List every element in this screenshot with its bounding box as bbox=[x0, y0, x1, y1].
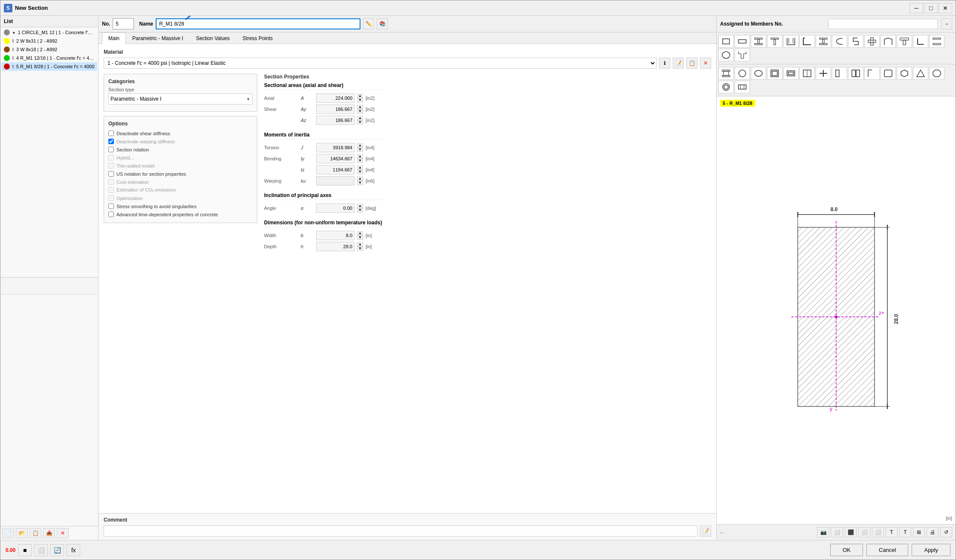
iy-spinner[interactable]: ▲▼ bbox=[357, 154, 363, 163]
section-type-dropdown[interactable]: Parametric - Massive I ▼ bbox=[108, 93, 253, 104]
shape-u-btn[interactable] bbox=[783, 35, 799, 48]
angle-input[interactable] bbox=[316, 203, 355, 213]
shape-i-btn[interactable] bbox=[751, 35, 766, 48]
bottom-btn-6[interactable]: T bbox=[899, 527, 911, 537]
maximize-button[interactable]: □ bbox=[924, 3, 938, 13]
az-input[interactable] bbox=[316, 116, 355, 125]
j-down[interactable]: ▼ bbox=[357, 148, 363, 152]
list-item[interactable]: I 5 R_M1 8/28 | 1 - Concrete f'c = 4000 bbox=[1, 62, 97, 71]
open-section-button[interactable]: 📂 bbox=[16, 528, 28, 538]
shape-plus-btn[interactable] bbox=[864, 35, 880, 48]
bottom-btn-7[interactable]: ⊞ bbox=[913, 527, 925, 537]
width-spinner[interactable]: ▲▼ bbox=[357, 231, 363, 240]
shape-l5-btn[interactable] bbox=[864, 67, 880, 80]
shape-l4-btn[interactable] bbox=[848, 67, 863, 80]
shape-r-btn[interactable] bbox=[880, 67, 896, 80]
edit-name-button[interactable]: ✏️ bbox=[363, 18, 374, 29]
width-down[interactable]: ▼ bbox=[357, 235, 363, 240]
bottom-btn-9[interactable]: ↺ bbox=[940, 527, 952, 537]
j-spinner[interactable]: ▲▼ bbox=[357, 143, 363, 152]
warping-up[interactable]: ▲ bbox=[357, 177, 363, 181]
shape-wide2-btn[interactable] bbox=[735, 81, 750, 93]
material-copy-button[interactable]: 📋 bbox=[686, 58, 697, 69]
shape-t-btn[interactable] bbox=[767, 35, 782, 48]
warping-down[interactable]: ▼ bbox=[357, 181, 363, 185]
warping-input[interactable] bbox=[316, 176, 355, 186]
section-rotation-checkbox[interactable] bbox=[108, 147, 114, 152]
material-edit-button[interactable]: 📝 bbox=[673, 58, 684, 69]
tab-main[interactable]: Main bbox=[102, 32, 126, 44]
width-input[interactable] bbox=[316, 231, 355, 240]
depth-down[interactable]: ▼ bbox=[357, 247, 363, 251]
footer-icon-3[interactable]: 🔄 bbox=[50, 544, 64, 556]
depth-spinner[interactable]: ▲▼ bbox=[357, 242, 363, 251]
delete-section-button[interactable]: ✕ bbox=[57, 528, 69, 538]
cancel-button[interactable]: Cancel bbox=[866, 544, 908, 556]
shape-pipe-btn[interactable] bbox=[718, 49, 734, 61]
shape-hat-btn[interactable] bbox=[880, 35, 896, 48]
optimization-checkbox[interactable] bbox=[108, 195, 114, 201]
bottom-btn-1[interactable]: ⬜ bbox=[831, 527, 843, 537]
shape-l2-btn[interactable] bbox=[816, 67, 831, 80]
library-button[interactable]: 📚 bbox=[377, 18, 388, 29]
copy-section-button[interactable]: 📋 bbox=[29, 528, 41, 538]
stress-smoothing-checkbox[interactable] bbox=[108, 203, 114, 209]
shape-oval-btn[interactable] bbox=[751, 67, 766, 80]
list-item[interactable]: I 4 R_M1 12/16 | 1 - Concrete f'c = 4000 bbox=[1, 54, 97, 62]
warping-spinner[interactable]: ▲▼ bbox=[357, 177, 363, 185]
axial-down[interactable]: ▼ bbox=[357, 98, 363, 102]
shape-t2-btn[interactable] bbox=[816, 35, 831, 48]
bottom-btn-4[interactable]: ⬜ bbox=[872, 527, 884, 537]
shape-hat2-btn[interactable] bbox=[735, 49, 750, 61]
shape-c-btn[interactable] bbox=[832, 35, 847, 48]
shape-box-btn[interactable] bbox=[767, 67, 782, 80]
shape-rect-btn[interactable] bbox=[718, 35, 734, 48]
iz-input[interactable] bbox=[316, 165, 355, 174]
shape-l3-btn[interactable] bbox=[832, 67, 847, 80]
tab-section-values[interactable]: Section Values bbox=[189, 32, 236, 44]
hybrid-checkbox[interactable] bbox=[108, 155, 114, 160]
apply-button[interactable]: Apply bbox=[912, 544, 950, 556]
shape-angle-btn[interactable] bbox=[913, 35, 928, 48]
shape-box3-btn[interactable] bbox=[799, 67, 815, 80]
shape-i3-btn[interactable] bbox=[718, 67, 734, 80]
shape-oct-btn[interactable] bbox=[929, 67, 944, 80]
list-item[interactable]: ● 1 CIRCLE_M1 12 | 1 - Concrete f'c = 4c bbox=[1, 28, 97, 37]
axial-input[interactable] bbox=[316, 93, 355, 103]
iz-down[interactable]: ▼ bbox=[357, 170, 363, 174]
shape-tri-btn[interactable] bbox=[913, 67, 928, 80]
comment-button[interactable]: 📝 bbox=[700, 525, 711, 537]
tab-parametric[interactable]: Parametric - Massive I bbox=[126, 32, 189, 44]
angle-up[interactable]: ▲ bbox=[357, 204, 363, 208]
us-notation-checkbox[interactable] bbox=[108, 171, 114, 177]
shape-double-t-btn[interactable] bbox=[929, 35, 944, 48]
bottom-btn-5[interactable]: T bbox=[886, 527, 898, 537]
ay-up[interactable]: ▲ bbox=[357, 105, 363, 109]
j-up[interactable]: ▲ bbox=[357, 143, 363, 148]
iy-up[interactable]: ▲ bbox=[357, 154, 363, 159]
az-down[interactable]: ▼ bbox=[357, 120, 363, 125]
ay-input[interactable] bbox=[316, 104, 355, 114]
shape-hex-btn[interactable] bbox=[897, 67, 912, 80]
list-item[interactable]: I 3 W 8x18 | 2 - A992 bbox=[1, 45, 97, 54]
assigned-members-input[interactable] bbox=[828, 19, 938, 29]
torsion-input[interactable] bbox=[316, 143, 355, 152]
width-up[interactable]: ▲ bbox=[357, 231, 363, 235]
deactivate-warping-checkbox[interactable] bbox=[108, 139, 114, 144]
view-button[interactable]: 📷 bbox=[817, 527, 829, 537]
iz-spinner[interactable]: ▲▼ bbox=[357, 165, 363, 174]
shape-box2-btn[interactable] bbox=[783, 67, 799, 80]
advanced-time-checkbox[interactable] bbox=[108, 212, 114, 217]
az-up[interactable]: ▲ bbox=[357, 116, 363, 120]
bottom-btn-3[interactable]: ⬜ bbox=[858, 527, 870, 537]
close-button[interactable]: ✕ bbox=[939, 3, 952, 13]
assigned-members-button[interactable]: → bbox=[941, 18, 952, 29]
shape-z-btn[interactable] bbox=[848, 35, 863, 48]
footer-icon-1[interactable]: ■ bbox=[18, 544, 32, 556]
minimize-button[interactable]: ─ bbox=[910, 3, 923, 13]
iz-up[interactable]: ▲ bbox=[357, 165, 363, 170]
ay-spinner[interactable]: ▲▼ bbox=[357, 105, 363, 113]
depth-up[interactable]: ▲ bbox=[357, 242, 363, 247]
no-input[interactable] bbox=[113, 18, 134, 29]
material-select[interactable]: 1 - Concrete f'c = 4000 psi | Isotropic … bbox=[104, 58, 657, 69]
